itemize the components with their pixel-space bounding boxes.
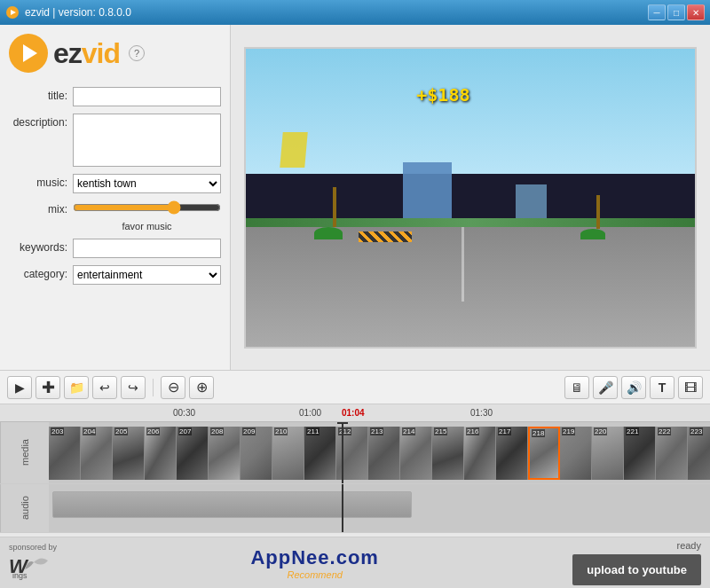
toolbar: ▶ ✚ 📁 ↩ ↪ ⊖ ⊕ 🖥 🎤 🔊 T 🎞 (0, 371, 710, 404)
thumb-num-221: 221 (626, 427, 639, 435)
title-input[interactable] (73, 87, 221, 106)
thumbnail-206[interactable]: 206 (145, 427, 177, 480)
description-row: description: (9, 114, 221, 167)
logo-area: ezvid ? (9, 34, 221, 73)
thumb-num-220: 220 (594, 427, 607, 435)
audio-clip (52, 491, 412, 518)
play-button[interactable]: ▶ (7, 376, 32, 399)
thumbnail-214[interactable]: 214 (400, 427, 432, 480)
category-label: category: (9, 265, 73, 280)
palm-left (327, 187, 343, 239)
toolbar-right: 🖥 🎤 🔊 T 🎞 (564, 376, 703, 399)
music-label: music: (9, 174, 73, 189)
video-preview: +$188 (244, 47, 697, 349)
open-folder-button[interactable]: 📁 (64, 376, 89, 399)
keywords-input[interactable] (73, 239, 221, 258)
music-select[interactable]: kentish town none track 2 (73, 174, 221, 193)
bottom-right: ready upload to youtube (572, 540, 701, 585)
close-button[interactable]: ✕ (687, 4, 705, 20)
thumb-num-216: 216 (466, 427, 479, 435)
minimize-button[interactable]: ─ (648, 4, 666, 20)
description-label: description: (9, 114, 73, 129)
road (246, 227, 695, 346)
thumbnail-213[interactable]: 213 (368, 427, 400, 480)
thumbnail-207[interactable]: 207 (177, 427, 209, 480)
help-icon[interactable]: ? (129, 45, 145, 61)
thumbnail-218[interactable]: 218 (528, 427, 560, 480)
maximize-button[interactable]: □ (667, 4, 685, 20)
thumbnail-217[interactable]: 217 (496, 427, 528, 480)
thumbnail-215[interactable]: 215 (432, 427, 464, 480)
keywords-row: keywords: (9, 239, 221, 258)
time-mark-104: 01:04 (342, 408, 365, 418)
top-section: ezvid ? title: description: music: kenti… (0, 25, 710, 371)
title-row: title: (9, 87, 221, 106)
film-button[interactable]: 🎞 (678, 376, 703, 399)
playhead[interactable] (342, 422, 343, 483)
billboard (280, 132, 308, 168)
zoom-in-button[interactable]: ⊕ (189, 376, 214, 399)
thumbnail-204[interactable]: 204 (81, 427, 113, 480)
sky-bg (246, 49, 695, 174)
audio-track-row: audio (0, 484, 710, 533)
thumbnail-203[interactable]: 203 (49, 427, 81, 480)
thumbnail-219[interactable]: 219 (560, 427, 592, 480)
upload-button[interactable]: upload to youtube (572, 554, 701, 585)
category-select[interactable]: entertainment gaming education music (73, 265, 221, 285)
speaker-button[interactable]: 🔊 (621, 376, 646, 399)
toolbar-separator-1 (153, 379, 154, 396)
logo-ez: ez (53, 37, 82, 69)
thumb-num-206: 206 (146, 427, 160, 435)
zoom-out-button[interactable]: ⊖ (161, 376, 185, 399)
logo-text: ezvid (53, 37, 120, 70)
thumbnail-208[interactable]: 208 (209, 427, 241, 480)
thumb-num-218: 218 (532, 429, 545, 437)
thumbnail-223[interactable]: 223 (688, 427, 710, 480)
wings-logo: W ings (9, 552, 53, 580)
monitor-button[interactable]: 🖥 (564, 376, 589, 399)
left-panel: ezvid ? title: description: music: kenti… (0, 25, 231, 370)
thumbnail-209[interactable]: 209 (241, 427, 272, 480)
window-title: ezvid | version: 0.8.0.0 (25, 6, 131, 19)
thumb-num-223: 223 (690, 427, 703, 435)
text-button[interactable]: T (650, 376, 674, 399)
time-ruler: 00:30 01:00 01:04 01:30 (0, 404, 710, 422)
thumbnail-221[interactable]: 221 (624, 427, 656, 480)
add-clip-button[interactable]: ✚ (36, 376, 60, 399)
mic-button[interactable]: 🎤 (593, 376, 618, 399)
mix-slider[interactable] (73, 200, 221, 215)
thumbnail-222[interactable]: 222 (656, 427, 688, 480)
right-panel: +$188 (231, 25, 710, 370)
thumb-num-209: 209 (242, 427, 256, 435)
appnee-name: AppNee.com (250, 546, 378, 569)
window-controls: ─ □ ✕ (648, 4, 705, 20)
thumb-num-222: 222 (658, 427, 671, 435)
music-row: music: kentish town none track 2 (9, 174, 221, 193)
thumb-num-215: 215 (434, 427, 447, 435)
thumbnail-220[interactable]: 220 (592, 427, 624, 480)
media-track-content[interactable]: 2032042052062072082092102112122132142152… (49, 422, 710, 483)
media-track-row: media 2032042052062072082092102112122132… (0, 422, 710, 484)
bottom-center: AppNee.com Recommend (57, 546, 572, 580)
timeline-section: ▶ ✚ 📁 ↩ ↪ ⊖ ⊕ 🖥 🎤 🔊 T 🎞 00:30 01:00 01:0… (0, 371, 710, 537)
thumbnail-211[interactable]: 211 (304, 427, 336, 480)
playhead-head (337, 422, 348, 424)
time-mark-130: 01:30 (470, 408, 493, 418)
thumb-num-203: 203 (51, 427, 64, 435)
description-input[interactable] (73, 114, 221, 167)
thumb-num-205: 205 (114, 427, 128, 435)
thumbnail-205[interactable]: 205 (113, 427, 145, 480)
svg-text:ings: ings (12, 571, 28, 580)
thumb-num-213: 213 (370, 427, 383, 435)
media-track-label: media (0, 422, 49, 483)
thumbnail-strip: 2032042052062072082092102112122132142152… (49, 422, 710, 483)
undo-button[interactable]: ↩ (92, 376, 117, 399)
palm-right (591, 195, 605, 239)
appnee-sub: Recommend (288, 569, 343, 580)
thumbnail-210[interactable]: 210 (272, 427, 304, 480)
logo-vid: vid (82, 37, 120, 69)
thumbnail-216[interactable]: 216 (464, 427, 496, 480)
audio-track-content[interactable] (49, 484, 710, 532)
redo-button[interactable]: ↪ (121, 376, 146, 399)
thumb-num-212: 212 (338, 427, 351, 435)
